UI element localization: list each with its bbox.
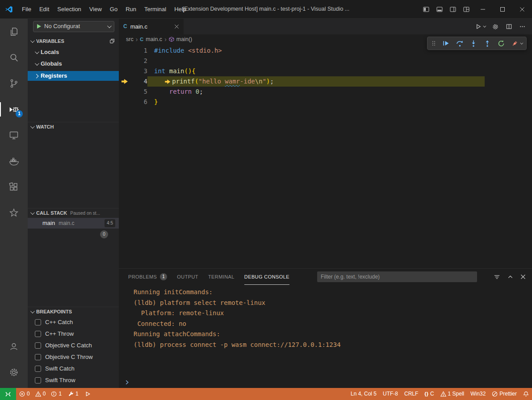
code-line[interactable]: 3int main(){ bbox=[119, 66, 532, 76]
menu-help[interactable]: Help bbox=[170, 0, 190, 18]
activity-accounts[interactable] bbox=[0, 333, 28, 359]
language-mode[interactable]: C bbox=[421, 388, 437, 400]
breakpoint-item[interactable]: Swift Catch bbox=[28, 363, 119, 375]
breakpoint-checkbox[interactable] bbox=[35, 342, 41, 349]
breakpoint-checkbox[interactable] bbox=[35, 366, 41, 372]
tab-output[interactable]: OUTPUT bbox=[177, 269, 198, 285]
restart-button[interactable] bbox=[497, 39, 505, 47]
variables-item-registers[interactable]: Registers bbox=[28, 71, 119, 81]
tab-main-c[interactable]: C main.c bbox=[119, 19, 184, 34]
activity-explorer[interactable] bbox=[0, 19, 28, 45]
start-debug-icon[interactable] bbox=[37, 24, 41, 29]
copy-icon[interactable] bbox=[109, 38, 115, 44]
breadcrumb-folder[interactable]: src bbox=[126, 36, 134, 43]
code-line[interactable]: 4 printf("hello wamr-ide\n"); bbox=[119, 76, 532, 87]
breakpoint-gutter[interactable] bbox=[119, 66, 129, 76]
breakpoint-gutter[interactable] bbox=[119, 97, 129, 107]
debug-console-output[interactable]: Running initCommands:(lldb) platform sel… bbox=[119, 285, 532, 376]
breakpoint-gutter[interactable] bbox=[119, 56, 129, 66]
breakpoints-section-header[interactable]: BREAKPOINTS bbox=[28, 307, 119, 317]
maximize-button[interactable] bbox=[493, 0, 512, 18]
watch-section-header[interactable]: WATCH bbox=[28, 122, 119, 132]
activity-remote-explorer[interactable] bbox=[0, 122, 28, 148]
breakpoint-gutter[interactable] bbox=[119, 76, 129, 87]
encoding-indicator[interactable]: UTF-8 bbox=[380, 388, 401, 400]
remote-indicator[interactable] bbox=[0, 388, 16, 400]
minimize-button[interactable] bbox=[473, 0, 493, 18]
editor-actions bbox=[475, 19, 532, 34]
formatter-status[interactable]: Prettier bbox=[489, 388, 520, 400]
breakpoint-checkbox[interactable] bbox=[35, 354, 41, 360]
disconnect-button[interactable] bbox=[511, 39, 522, 47]
more-actions-icon[interactable] bbox=[519, 23, 526, 30]
step-over-button[interactable] bbox=[456, 39, 464, 47]
platform-indicator[interactable]: Win32 bbox=[467, 388, 489, 400]
cursor-position[interactable]: Ln 4, Col 5 bbox=[348, 388, 380, 400]
customize-layout-icon[interactable] bbox=[460, 0, 473, 18]
line-number: 3 bbox=[129, 66, 147, 76]
menu-edit[interactable]: Edit bbox=[35, 0, 53, 18]
activity-docker[interactable] bbox=[0, 148, 28, 174]
breakpoint-checkbox[interactable] bbox=[35, 377, 41, 383]
activity-extensions[interactable] bbox=[0, 174, 28, 200]
code-line[interactable]: 5 return 0; bbox=[119, 87, 532, 97]
breakpoint-item[interactable]: C++ Throw bbox=[28, 328, 119, 340]
variables-section-header[interactable]: VARIABLES bbox=[28, 36, 119, 46]
activity-search[interactable] bbox=[0, 45, 28, 71]
code-line[interactable]: 2 bbox=[119, 56, 532, 66]
breakpoint-checkbox[interactable] bbox=[35, 319, 41, 325]
filter-lines-icon[interactable] bbox=[494, 274, 500, 280]
breadcrumb-symbol[interactable]: main() bbox=[169, 36, 192, 43]
step-out-button[interactable] bbox=[483, 39, 491, 47]
activity-favorites[interactable] bbox=[0, 200, 28, 226]
menu-run[interactable]: Run bbox=[121, 0, 140, 18]
breakpoint-item[interactable]: Objective C Throw bbox=[28, 351, 119, 363]
spell-status[interactable]: 1 Spell bbox=[437, 388, 468, 400]
tab-debug-console[interactable]: DEBUG CONSOLE bbox=[244, 269, 289, 285]
problems-status[interactable]: 0 0 1 bbox=[16, 388, 65, 400]
variables-item-globals[interactable]: Globals bbox=[28, 59, 119, 69]
toggle-panel-icon[interactable] bbox=[433, 0, 446, 18]
breakpoint-checkbox[interactable] bbox=[35, 331, 41, 337]
breakpoint-gutter[interactable] bbox=[119, 87, 129, 97]
close-panel-icon[interactable] bbox=[520, 274, 526, 279]
chevron-up-icon[interactable] bbox=[507, 274, 513, 280]
tab-terminal[interactable]: TERMINAL bbox=[208, 269, 235, 285]
console-filter-input[interactable] bbox=[317, 271, 477, 282]
variables-item-locals[interactable]: Locals bbox=[28, 47, 119, 57]
close-button[interactable] bbox=[512, 0, 532, 18]
tools-status[interactable]: 1 bbox=[65, 388, 82, 400]
code-editor[interactable]: 1#include <stdio.h>23int main(){4 printf… bbox=[119, 44, 532, 268]
menu-file[interactable]: File bbox=[18, 0, 35, 18]
breakpoint-item[interactable]: Objective C Catch bbox=[28, 340, 119, 351]
close-tab-icon[interactable] bbox=[174, 24, 179, 29]
code-line[interactable]: 6} bbox=[119, 97, 532, 107]
breadcrumb-file[interactable]: C main.c bbox=[140, 36, 162, 43]
breakpoint-item[interactable]: C++ Catch bbox=[28, 317, 119, 328]
step-into-button[interactable] bbox=[469, 39, 478, 47]
toggle-sidebar-icon[interactable] bbox=[419, 0, 433, 18]
breakpoint-item[interactable]: Swift Throw bbox=[28, 375, 119, 386]
activity-source-control[interactable] bbox=[0, 71, 28, 96]
run-file-button[interactable] bbox=[475, 23, 485, 30]
debug-config-dropdown[interactable]: No Configurat bbox=[33, 21, 114, 32]
activity-run-debug[interactable]: 1 bbox=[0, 96, 28, 122]
menu-terminal[interactable]: Terminal bbox=[140, 0, 170, 18]
debug-status[interactable] bbox=[82, 388, 94, 400]
drag-handle[interactable] bbox=[431, 40, 436, 47]
activity-settings[interactable] bbox=[0, 359, 28, 385]
tab-problems[interactable]: PROBLEMS 1 bbox=[128, 269, 167, 285]
continue-button[interactable] bbox=[442, 39, 450, 47]
gear-icon[interactable] bbox=[492, 23, 499, 30]
call-stack-section-header[interactable]: CALL STACK Paused on st... bbox=[28, 208, 119, 218]
notifications-bell[interactable] bbox=[520, 388, 532, 400]
menu-go[interactable]: Go bbox=[106, 0, 121, 18]
split-editor-icon[interactable] bbox=[506, 23, 512, 30]
breakpoint-gutter[interactable] bbox=[119, 46, 129, 56]
menu-view[interactable]: View bbox=[85, 0, 106, 18]
debug-console-input[interactable] bbox=[119, 376, 532, 388]
call-stack-frame[interactable]: main main.c 4:5 bbox=[28, 218, 119, 229]
toggle-secondary-sidebar-icon[interactable] bbox=[446, 0, 460, 18]
eol-indicator[interactable]: CRLF bbox=[401, 388, 421, 400]
menu-selection[interactable]: Selection bbox=[53, 0, 85, 18]
